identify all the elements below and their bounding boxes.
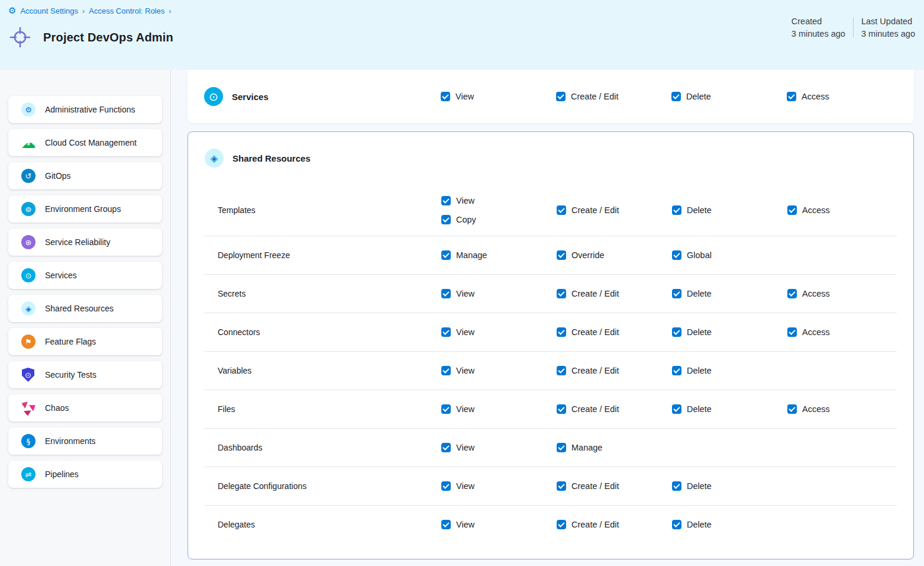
permission-delete: Delete [672, 366, 787, 375]
permission-access: Access [787, 205, 897, 215]
page-header: ⚙ Account Settings›Access Control: Roles… [0, 0, 924, 70]
breadcrumb-separator: › [169, 7, 171, 15]
environments-icon: § [21, 434, 35, 448]
checkbox-view[interactable] [441, 289, 451, 298]
checkbox-delete[interactable] [672, 327, 681, 337]
checkbox-manage[interactable] [557, 443, 566, 452]
checkbox-access[interactable] [787, 205, 797, 215]
permission-copy: Copy [441, 215, 557, 224]
checkbox-label: Access [802, 92, 829, 101]
checkbox-view[interactable] [441, 196, 451, 205]
checkbox-view[interactable] [441, 92, 450, 101]
meta-value: 3 minutes ago [791, 29, 845, 38]
breadcrumb-link-access-control-roles[interactable]: Access Control: Roles [89, 7, 164, 15]
checkbox-delete[interactable] [672, 366, 681, 375]
shared-resources-icon: ◈ [21, 301, 35, 316]
checkbox-label: View [456, 196, 474, 205]
meta-label: Last Updated [861, 17, 915, 26]
sidebar-item-services[interactable]: ⊙Services [8, 262, 162, 289]
permission-cell: View [441, 327, 557, 337]
permission-cell: Access [787, 327, 897, 337]
row-label: Secrets [218, 289, 441, 298]
permission-cell: Access [787, 404, 897, 414]
checkbox-view[interactable] [441, 443, 451, 452]
sidebar-item-chaos[interactable]: Chaos [8, 394, 162, 422]
sidebar-item-environments[interactable]: §Environments [8, 427, 162, 455]
checkbox-delete[interactable] [672, 520, 681, 529]
checkbox-create-edit[interactable] [557, 404, 566, 414]
sidebar-item-shared-resources[interactable]: ◈Shared Resources [8, 295, 162, 322]
checkbox-label: Delete [687, 481, 712, 491]
sidebar-item-label: GitOps [45, 171, 71, 181]
checkbox-create-edit[interactable] [557, 289, 566, 298]
checkbox-view[interactable] [441, 404, 451, 414]
sidebar-item-label: Pipelines [45, 469, 79, 479]
row-label: Templates [218, 205, 441, 215]
checkbox-access[interactable] [787, 404, 797, 414]
services-col-2: Create / Edit [556, 92, 671, 101]
permission-row-deployment-freeze: Deployment FreezeManageOverrideGlobal [205, 236, 897, 274]
permission-access: Access [787, 92, 914, 101]
checkbox-create-edit[interactable] [557, 481, 566, 491]
checkbox-view[interactable] [441, 520, 451, 529]
sidebar-item-pipelines[interactable]: ⇌Pipelines [8, 461, 162, 488]
sidebar-item-cloud-cost-management[interactable]: ☁$Cloud Cost Management [8, 129, 162, 156]
checkbox-override[interactable] [557, 250, 566, 260]
checkbox-view[interactable] [441, 481, 451, 491]
checkbox-view[interactable] [441, 366, 451, 375]
checkbox-create-edit[interactable] [557, 366, 566, 375]
checkbox-create-edit[interactable] [557, 205, 566, 215]
checkbox-delete[interactable] [672, 404, 681, 414]
breadcrumb-link-account-settings[interactable]: Account Settings [20, 7, 78, 15]
role-meta: Created3 minutes agoLast Updated3 minute… [791, 17, 915, 38]
checkbox-access[interactable] [787, 327, 797, 337]
checkbox-view[interactable] [441, 327, 451, 337]
sidebar-item-feature-flags[interactable]: ⚑Feature Flags [8, 328, 162, 355]
permission-cell: Manage [557, 443, 672, 452]
permission-cell: Access [787, 205, 897, 215]
checkbox-create-edit[interactable] [557, 327, 566, 337]
permission-create-edit: Create / Edit [556, 92, 671, 101]
row-label: Delegates [218, 520, 441, 529]
settings-gear-icon: ⚙ [8, 7, 16, 15]
checkbox-delete[interactable] [672, 481, 681, 491]
checkbox-label: Delete [686, 92, 711, 101]
checkbox-label: Copy [456, 215, 476, 224]
permission-row-delegates: DelegatesViewCreate / EditDelete [205, 505, 897, 544]
sidebar-item-security-tests[interactable]: ⊙Security Tests [8, 361, 162, 388]
row-label: Variables [218, 366, 441, 375]
page-title: Project DevOps Admin [43, 31, 173, 44]
permission-cell: Create / Edit [557, 520, 672, 529]
checkbox-access[interactable] [787, 289, 797, 298]
sidebar-item-administrative-functions[interactable]: ⚙Administrative Functions [8, 96, 162, 123]
permission-cell: Global [672, 250, 787, 260]
checkbox-label: Global [687, 250, 712, 260]
chaos-triangle [27, 403, 36, 411]
sidebar-item-gitops[interactable]: ↺GitOps [8, 162, 162, 189]
permission-view: View [441, 327, 557, 337]
feature-flags-icon: ⚑ [21, 335, 35, 349]
permission-row-files: FilesViewCreate / EditDeleteAccess [205, 390, 897, 428]
checkbox-access[interactable] [787, 92, 796, 101]
checkbox-delete[interactable] [672, 289, 681, 298]
permission-view: View [441, 92, 556, 101]
checkbox-delete[interactable] [672, 205, 681, 215]
permission-cell: Delete [672, 327, 787, 337]
permission-delete: Delete [671, 92, 787, 101]
sidebar-item-label: Shared Resources [45, 304, 114, 313]
sidebar-item-service-reliability[interactable]: ⊛Service Reliability [8, 229, 162, 256]
permission-cell: View [441, 520, 557, 529]
permission-create-edit: Create / Edit [557, 289, 672, 298]
checkbox-create-edit[interactable] [556, 92, 566, 101]
checkbox-manage[interactable] [441, 250, 451, 260]
checkbox-copy[interactable] [441, 215, 451, 224]
permission-create-edit: Create / Edit [557, 520, 672, 529]
permission-delete: Delete [672, 289, 787, 298]
permission-cell: Delete [672, 520, 787, 529]
sidebar-item-label: Services [45, 271, 77, 280]
checkbox-label: View [456, 366, 474, 375]
checkbox-create-edit[interactable] [557, 520, 566, 529]
checkbox-delete[interactable] [671, 92, 681, 101]
sidebar-item-environment-groups[interactable]: ⊚Environment Groups [8, 195, 162, 223]
checkbox-global[interactable] [672, 250, 681, 260]
